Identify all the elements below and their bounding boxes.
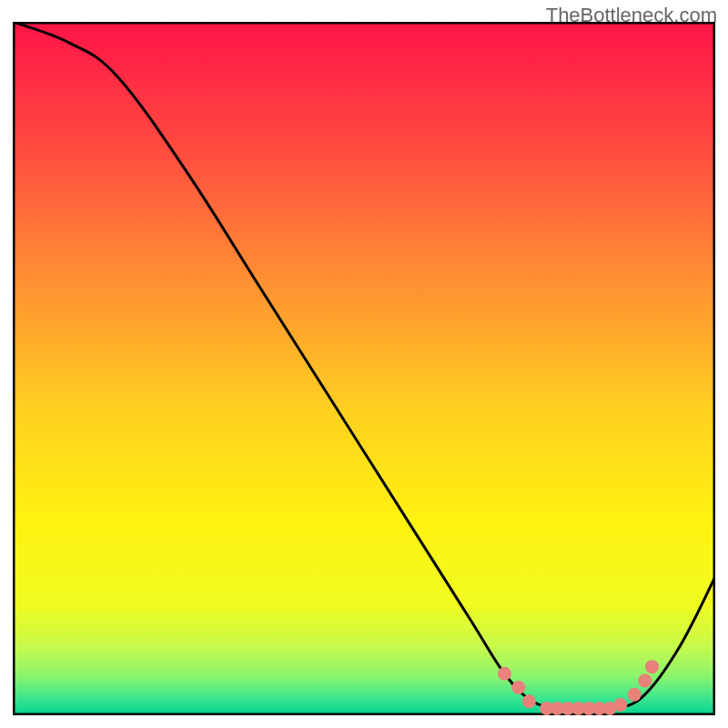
chart-background [13,22,715,715]
data-marker [522,694,536,708]
data-marker [645,660,659,673]
attribution-text: TheBottleneck.com [546,4,717,27]
chart-canvas [13,22,715,715]
data-marker [638,673,652,687]
data-marker [613,698,627,712]
data-marker [511,681,525,694]
data-marker [498,667,511,681]
data-marker [628,688,642,702]
bottleneck-chart [13,22,715,715]
